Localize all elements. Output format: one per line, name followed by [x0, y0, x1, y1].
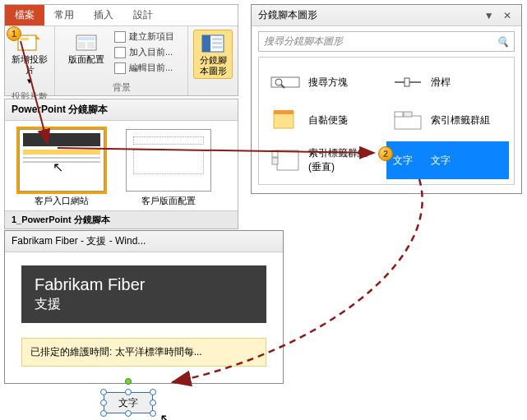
svg-rect-9 — [212, 42, 222, 44]
resize-handle-sw[interactable] — [100, 410, 107, 417]
svg-rect-18 — [395, 116, 421, 129]
storyboard-shapes-icon — [200, 32, 226, 55]
slide-thumb-1[interactable]: ↖ 客戶入口網站 — [16, 129, 107, 207]
shape-item-label: 索引標籤群組 (垂直) — [308, 146, 380, 174]
svg-rect-19 — [395, 112, 403, 117]
resize-handle-nw[interactable] — [100, 389, 107, 395]
edit-icon — [114, 62, 126, 74]
slides-row: ↖ 客戶入口網站 客戶版面配置 — [5, 121, 238, 210]
text-shape-label: 文字 — [118, 396, 138, 410]
resize-handle-s[interactable] — [125, 410, 132, 417]
edit-current-button[interactable]: 編輯目前... — [113, 61, 176, 75]
resize-handle-n[interactable] — [125, 389, 132, 395]
ribbon: 檔案 常用 插入 設計 新增投影片 ▾ 投影片數 版面配置 — [4, 4, 238, 96]
svg-rect-8 — [212, 38, 222, 40]
create-new-item-label: 建立新項目 — [129, 30, 174, 43]
tab-group-icon — [393, 108, 423, 132]
svg-rect-5 — [87, 42, 95, 48]
edit-current-label: 編輯目前... — [129, 62, 173, 74]
shape-item-label: 搜尋方塊 — [308, 76, 348, 90]
slide-thumb-2-label: 客戶版面配置 — [141, 195, 196, 207]
preview-body: Fabrikam Fiber 支援 已排定的維護時間: 太平洋標準時間每... … — [5, 252, 283, 383]
svg-rect-7 — [202, 35, 210, 52]
shape-item-text[interactable]: 文字 文字 — [386, 141, 509, 179]
layout-button[interactable]: 版面配置 — [67, 30, 106, 67]
add-icon — [114, 47, 126, 58]
preview-banner-text: 太平洋標準時間每... — [115, 346, 202, 358]
slides-panel-title: PowerPoint 分鏡腳本 — [5, 99, 238, 121]
preview-banner: 已排定的維護時間: 太平洋標準時間每... — [21, 338, 266, 367]
tab-design[interactable]: 設計 — [123, 5, 163, 25]
shape-item-label: 自黏便箋 — [308, 113, 348, 127]
storyboard-shapes-button[interactable]: 分鏡腳本圖形 — [193, 30, 233, 79]
shape-item-search-box[interactable]: 搜尋方塊 — [264, 66, 386, 99]
shapes-panel: 分鏡腳本圖形 ▼ ✕ 搜尋分鏡腳本圖形 🔍 搜尋方塊 滑桿 自黏便箋 索引標籤群… — [251, 4, 522, 194]
resize-handle-se[interactable] — [150, 410, 156, 417]
slide-thumb-1-preview: ↖ — [19, 129, 104, 192]
ribbon-group-storyboard: 分鏡腳本圖形 — [188, 26, 238, 95]
shapes-panel-title: 分鏡腳本圖形 — [258, 8, 317, 22]
svg-rect-22 — [272, 150, 278, 157]
svg-rect-17 — [274, 110, 294, 114]
create-new-item-button[interactable]: 建立新項目 — [113, 30, 176, 44]
shapes-search-input[interactable]: 搜尋分鏡腳本圖形 🔍 — [258, 31, 515, 52]
shape-item-label: 滑桿 — [431, 76, 451, 90]
shape-item-slider[interactable]: 滑桿 — [386, 66, 509, 99]
slide-thumb-1-label: 客戶入口網站 — [35, 195, 89, 207]
shape-item-label: 索引標籤群組 — [431, 113, 490, 127]
shapes-panel-titlebar: 分鏡腳本圖形 ▼ ✕ — [252, 5, 521, 26]
resize-handle-ne[interactable] — [150, 389, 156, 395]
shapes-grid: 搜尋方塊 滑桿 自黏便箋 索引標籤群組 索引標籤群組 (垂直) 文字 文字 — [258, 57, 515, 185]
resize-handle-e[interactable] — [150, 399, 156, 406]
preview-window-title: Fabrikam Fiber - 支援 - Wind... — [5, 231, 283, 252]
resize-handle-w[interactable] — [100, 399, 107, 406]
shape-item-tab-group-vertical[interactable]: 索引標籤群組 (垂直) — [264, 141, 386, 179]
search-box-icon — [270, 71, 300, 94]
tab-group-vertical-icon — [270, 149, 300, 172]
preview-hero: Fabrikam Fiber 支援 — [21, 265, 266, 323]
storyboard-shapes-label: 分鏡腳本圖形 — [196, 55, 230, 76]
tab-home[interactable]: 常用 — [44, 5, 84, 25]
text-shape-icon-label: 文字 — [393, 154, 413, 168]
layout-small-buttons: 建立新項目 加入目前... 編輯目前... — [113, 30, 176, 75]
svg-rect-3 — [78, 37, 95, 40]
dropdown-indicator-icon: ▾ — [27, 76, 32, 86]
preview-banner-label: 已排定的維護時間: — [30, 346, 112, 358]
sticky-note-icon — [270, 108, 300, 132]
shape-item-sticky-note[interactable]: 自黏便箋 — [264, 104, 386, 136]
svg-rect-20 — [404, 112, 412, 117]
cursor-icon: ↖ — [159, 410, 172, 420]
tab-file[interactable]: 檔案 — [5, 5, 44, 25]
svg-rect-1 — [21, 38, 29, 40]
cursor-icon: ↖ — [53, 159, 63, 175]
slides-panel-footer: 1_PowerPoint 分鏡腳本 — [5, 210, 238, 228]
svg-rect-15 — [404, 78, 409, 86]
shapes-search-placeholder: 搜尋分鏡腳本圖形 — [264, 35, 343, 48]
tab-insert[interactable]: 插入 — [84, 5, 123, 25]
slide-thumb-2[interactable]: 客戶版面配置 — [123, 129, 214, 207]
callout-2: 2 — [378, 146, 393, 161]
svg-rect-4 — [78, 42, 86, 48]
new-slide-label: 新增投影片 — [12, 54, 48, 76]
shape-item-tab-group[interactable]: 索引標籤群組 — [386, 104, 509, 136]
add-current-button[interactable]: 加入目前... — [113, 45, 176, 59]
slider-icon — [393, 71, 423, 94]
close-icon[interactable]: ✕ — [500, 10, 515, 21]
search-icon: 🔍 — [497, 36, 509, 48]
dropdown-icon[interactable]: ▼ — [481, 10, 497, 21]
preview-window: Fabrikam Fiber - 支援 - Wind... Fabrikam F… — [4, 230, 284, 384]
rotate-handle[interactable] — [125, 378, 132, 385]
slide-thumb-2-preview — [126, 129, 211, 192]
shape-item-label: 文字 — [431, 154, 451, 168]
svg-rect-10 — [212, 46, 222, 48]
add-current-label: 加入目前... — [129, 46, 173, 58]
callout-1: 1 — [7, 26, 21, 41]
svg-rect-21 — [277, 150, 298, 170]
preview-hero-subtitle: 支援 — [35, 296, 253, 313]
svg-rect-23 — [272, 158, 278, 164]
layout-icon — [73, 31, 99, 54]
shapes-panel-controls: ▼ ✕ — [481, 10, 515, 21]
text-shape[interactable]: 文字 — [104, 392, 153, 413]
ribbon-body: 新增投影片 ▾ 投影片數 版面配置 建立新項目 加入目前... 編輯目前... — [5, 26, 238, 95]
ribbon-tabs: 檔案 常用 插入 設計 — [5, 5, 238, 26]
